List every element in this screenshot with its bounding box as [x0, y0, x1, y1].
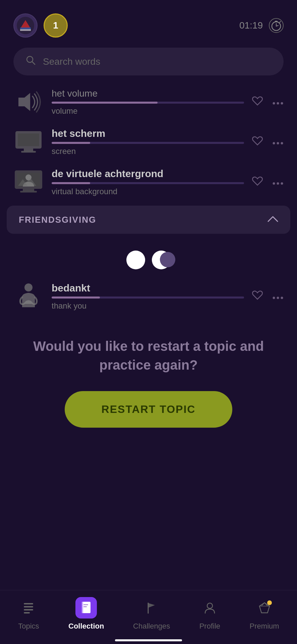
- loading-dot-3: [160, 252, 175, 267]
- progress-fill-virtual-bg: [52, 182, 90, 184]
- svg-rect-38: [24, 609, 33, 610]
- svg-point-19: [273, 142, 275, 145]
- svg-rect-2: [20, 28, 31, 29]
- nav-item-challenges[interactable]: Challenges: [133, 597, 170, 631]
- timer-icon[interactable]: [269, 18, 284, 33]
- word-image-bedankt: [13, 282, 44, 311]
- nav-icon-container-premium: [254, 597, 275, 619]
- favorite-icon-bedankt[interactable]: [252, 290, 263, 303]
- svg-rect-5: [275, 21, 278, 22]
- svg-point-14: [281, 102, 283, 105]
- stopwatch-icon: [270, 19, 282, 32]
- challenges-nav-icon: [145, 602, 158, 614]
- word-subtitle-volume: volume: [52, 106, 244, 116]
- svg-point-21: [281, 142, 283, 145]
- nav-item-profile[interactable]: Profile: [199, 597, 221, 631]
- progress-fill-bedankt: [52, 297, 100, 299]
- svg-rect-37: [24, 606, 33, 607]
- more-options-icon-bedankt[interactable]: [272, 291, 284, 302]
- nav-item-premium[interactable]: Premium: [250, 597, 279, 631]
- bedankt-list: bedankt thank you: [0, 276, 297, 317]
- svg-point-45: [207, 603, 213, 608]
- favorite-icon-volume[interactable]: [252, 96, 263, 108]
- search-container: Search words: [0, 44, 297, 82]
- section-header-friendsgiving[interactable]: FRIENDSGIVING: [7, 206, 290, 234]
- word-title-virtual-bg: de virtuele achtergrond: [52, 168, 244, 179]
- svg-point-34: [277, 297, 279, 299]
- word-image-screen: [13, 128, 44, 155]
- nav-icon-container-topics: [18, 597, 39, 619]
- svg-marker-11: [18, 93, 30, 111]
- favorite-icon-virtual-bg[interactable]: [252, 176, 263, 189]
- header-left: 1: [13, 13, 68, 38]
- header: 1 01:19: [0, 0, 297, 44]
- word-title-screen: het scherm: [52, 128, 244, 139]
- more-options-icon-screen[interactable]: [272, 137, 284, 147]
- dutch-flag-icon: [17, 17, 34, 34]
- svg-rect-43: [83, 606, 87, 607]
- nav-item-topics[interactable]: Topics: [18, 597, 39, 631]
- nav-icon-container-challenges: [141, 597, 162, 619]
- progress-fill-screen: [52, 142, 90, 144]
- search-bar[interactable]: Search words: [13, 48, 284, 75]
- nav-icon-container-collection: [75, 597, 97, 619]
- svg-rect-3: [20, 29, 31, 31]
- favorite-icon-screen[interactable]: [252, 136, 263, 148]
- svg-line-8: [280, 21, 281, 22]
- grateful-person-icon: [15, 282, 42, 311]
- restart-topic-button[interactable]: RESTART TOPIC: [65, 391, 232, 428]
- word-actions-screen: [252, 136, 284, 148]
- nav-item-collection[interactable]: Collection: [68, 597, 104, 631]
- word-actions-virtual-bg: [252, 176, 284, 189]
- list-item: de virtuele achtergrond virtual backgrou…: [7, 162, 290, 202]
- streak-badge[interactable]: 1: [44, 13, 68, 38]
- nav-label-challenges: Challenges: [133, 622, 170, 631]
- user-avatar[interactable]: [13, 13, 38, 38]
- word-content-virtual-bg: de virtuele achtergrond virtual backgrou…: [52, 168, 244, 196]
- progress-bar-volume: [52, 102, 244, 104]
- svg-line-10: [32, 62, 35, 64]
- restart-section: Would you like to restart a topic and pr…: [0, 317, 297, 441]
- svg-rect-16: [18, 133, 39, 146]
- streak-number: 1: [53, 20, 58, 31]
- more-options-icon-volume[interactable]: [272, 97, 284, 107]
- search-icon: [25, 55, 36, 68]
- topics-nav-icon: [22, 602, 35, 614]
- svg-point-20: [277, 142, 279, 145]
- progress-fill-volume: [52, 102, 158, 104]
- home-indicator: [115, 639, 182, 641]
- progress-bar-virtual-bg: [52, 182, 244, 184]
- word-image-virtual-bg: [13, 169, 44, 196]
- progress-bar-screen: [52, 142, 244, 144]
- collection-nav-icon: [80, 601, 92, 614]
- monitor-icon: [14, 129, 43, 155]
- premium-icon-wrap: [258, 601, 271, 614]
- word-title-bedankt: bedankt: [52, 282, 244, 294]
- svg-point-13: [277, 102, 279, 105]
- svg-rect-41: [82, 602, 83, 613]
- nav-icon-container-profile: [199, 597, 221, 619]
- word-list: het volume volume: [0, 82, 297, 202]
- svg-rect-36: [24, 603, 33, 604]
- speaker-icon: [15, 90, 42, 114]
- svg-point-35: [281, 297, 283, 299]
- svg-point-32: [24, 283, 33, 291]
- word-subtitle-screen: screen: [52, 147, 244, 156]
- loading-dot-1: [126, 251, 145, 269]
- svg-rect-27: [23, 189, 34, 191]
- svg-rect-28: [20, 191, 37, 193]
- timer-display: 01:19: [239, 20, 263, 31]
- chevron-up-icon[interactable]: [268, 214, 278, 225]
- search-placeholder-text: Search words: [43, 56, 100, 67]
- premium-badge-dot: [267, 600, 272, 605]
- more-options-icon-virtual-bg[interactable]: [272, 177, 284, 187]
- list-item: het volume volume: [7, 82, 290, 122]
- word-subtitle-virtual-bg: virtual background: [52, 187, 244, 196]
- svg-rect-18: [21, 151, 36, 153]
- nav-label-collection: Collection: [68, 622, 104, 631]
- word-subtitle-bedankt: thank you: [52, 301, 244, 311]
- list-item: bedankt thank you: [7, 276, 290, 317]
- word-content-screen: het scherm screen: [52, 128, 244, 156]
- svg-rect-42: [83, 604, 88, 605]
- word-content-volume: het volume volume: [52, 88, 244, 116]
